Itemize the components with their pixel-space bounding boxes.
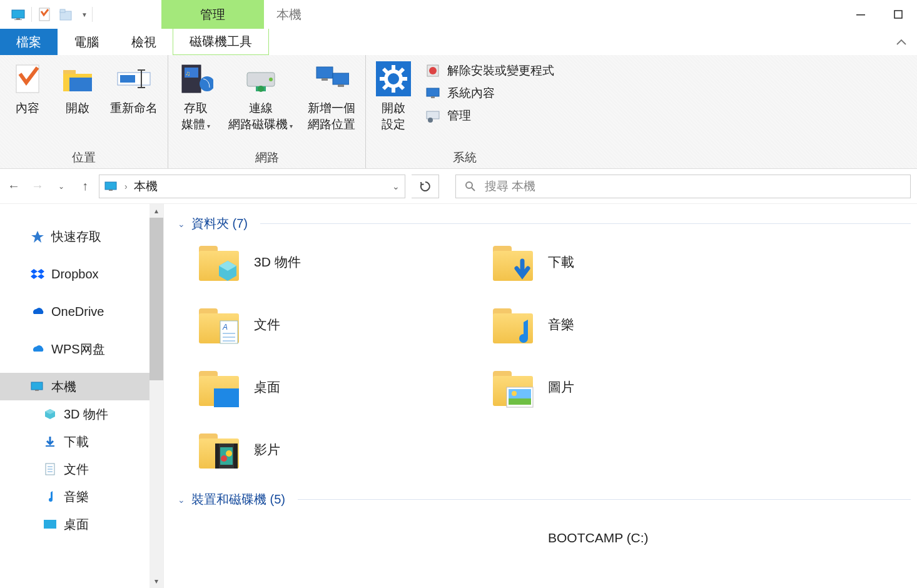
- folders-grid: 3D 物件 下載 A 文件 音樂 桌面 圖片: [196, 240, 911, 472]
- maximize-button[interactable]: [879, 0, 917, 29]
- content-pane: ⌄ 資料夾 (7) 3D 物件 下載 A 文件 音樂 桌面: [164, 204, 917, 588]
- tab-file[interactable]: 檔案: [0, 29, 58, 55]
- svg-text:♫: ♫: [185, 69, 190, 77]
- tab-computer[interactable]: 電腦: [58, 29, 115, 55]
- tree-onedrive[interactable]: OneDrive: [0, 298, 163, 325]
- ribbon-group-network: ♫ 存取 媒體▾ 連線 網路磁碟機▾ 新增一個 網路位置 網路: [168, 55, 366, 168]
- map-drive-button[interactable]: 連線 網路磁碟機▾: [223, 59, 298, 134]
- manage-button[interactable]: 管理: [425, 108, 554, 124]
- context-tab-manage[interactable]: 管理: [161, 0, 264, 29]
- qat-customize-dropdown[interactable]: ▼: [78, 11, 91, 18]
- tree-music[interactable]: 音樂: [0, 483, 163, 510]
- folder-label: 下載: [548, 253, 574, 271]
- tree-desktop[interactable]: 桌面: [0, 510, 163, 538]
- folder-documents-icon: A: [196, 302, 241, 347]
- drive-label: BOOTCAMP (C:): [548, 530, 649, 545]
- tree-3d-objects[interactable]: 3D 物件: [0, 400, 163, 428]
- back-button[interactable]: ←: [6, 179, 21, 193]
- svg-rect-43: [431, 96, 435, 98]
- tree-quick-access[interactable]: 快速存取: [0, 223, 163, 250]
- minimize-button[interactable]: [842, 0, 879, 29]
- network-location-icon: [314, 61, 349, 96]
- group-label-network: 網路: [173, 147, 360, 166]
- svg-rect-11: [69, 78, 92, 91]
- tree-label: 本機: [51, 378, 76, 395]
- folder-3d-objects[interactable]: 3D 物件: [196, 240, 490, 285]
- open-button[interactable]: 開啟: [55, 59, 100, 119]
- system-menu-icon[interactable]: [8, 0, 30, 29]
- address-dropdown[interactable]: ⌄: [392, 181, 400, 191]
- forward-button[interactable]: →: [30, 179, 45, 193]
- tree-this-pc[interactable]: 本機: [0, 373, 163, 400]
- svg-point-41: [429, 67, 437, 74]
- svg-point-73: [226, 450, 232, 457]
- tree-downloads[interactable]: 下載: [0, 428, 163, 455]
- up-button[interactable]: ↑: [78, 179, 93, 193]
- scroll-up-button[interactable]: ▴: [149, 204, 163, 218]
- folder-videos[interactable]: 影片: [196, 427, 490, 472]
- search-input[interactable]: [485, 180, 901, 193]
- collapse-ribbon-button[interactable]: [896, 29, 917, 55]
- tab-view[interactable]: 檢視: [115, 29, 173, 55]
- folder-label: 音樂: [548, 316, 574, 333]
- rename-button[interactable]: 重新命名: [105, 59, 163, 119]
- cloud-icon: [30, 304, 45, 319]
- tree-scrollbar[interactable]: ▴ ▾: [149, 204, 163, 588]
- search-box[interactable]: [455, 175, 911, 198]
- section-title: 裝置和磁碟機 (5): [191, 491, 285, 508]
- navigation-bar: ← → ⌄ ↑ › 本機 ⌄: [0, 169, 917, 204]
- folder-desktop[interactable]: 桌面: [196, 365, 490, 410]
- tab-drive-tools[interactable]: 磁碟機工具: [173, 29, 269, 55]
- add-network-location-button[interactable]: 新增一個 網路位置: [303, 59, 360, 134]
- media-server-icon: ♫: [178, 61, 213, 96]
- rename-icon: [116, 61, 151, 96]
- svg-rect-70: [234, 444, 238, 469]
- svg-rect-52: [46, 445, 54, 447]
- svg-point-45: [428, 118, 433, 123]
- drive-bootcamp[interactable]: BOOTCAMP (C:): [490, 515, 784, 560]
- tree-label: WPS网盘: [51, 341, 105, 358]
- scroll-down-button[interactable]: ▾: [149, 574, 163, 588]
- uninstall-programs-button[interactable]: 解除安裝或變更程式: [425, 63, 554, 79]
- folder-videos-icon: [196, 427, 241, 472]
- star-icon: [30, 229, 45, 244]
- separator: [92, 7, 93, 22]
- folder-documents[interactable]: A 文件: [196, 302, 490, 347]
- tree-documents[interactable]: 文件: [0, 455, 163, 483]
- qat-properties-icon[interactable]: [33, 0, 56, 29]
- open-folder-icon: [60, 61, 95, 96]
- folder-label: 桌面: [254, 378, 280, 396]
- properties-button[interactable]: 內容: [5, 59, 50, 119]
- tree-dropbox[interactable]: Dropbox: [0, 260, 163, 288]
- window-controls: [842, 0, 917, 29]
- scroll-thumb[interactable]: [149, 218, 163, 380]
- folder-3d-icon: [196, 240, 241, 285]
- monitor-icon: [425, 85, 441, 101]
- tree-label: 音樂: [64, 489, 89, 505]
- section-folders-header[interactable]: ⌄ 資料夾 (7): [178, 215, 911, 232]
- history-dropdown[interactable]: ⌄: [54, 182, 69, 191]
- folder-downloads[interactable]: 下載: [490, 240, 784, 285]
- refresh-button[interactable]: [412, 175, 439, 198]
- tree-label: 快速存取: [51, 228, 101, 245]
- chevron-down-icon: ⌄: [178, 495, 185, 505]
- ribbon-tabs: 檔案 電腦 檢視 磁碟機工具: [0, 29, 917, 55]
- folder-label: 文件: [254, 316, 280, 333]
- folder-pictures[interactable]: 圖片: [490, 365, 784, 410]
- system-properties-button[interactable]: 系統內容: [425, 85, 554, 101]
- section-devices-header[interactable]: ⌄ 裝置和磁碟機 (5): [178, 491, 911, 508]
- tree-wps[interactable]: WPS网盘: [0, 335, 163, 363]
- this-pc-icon: [30, 379, 45, 394]
- breadcrumb-item[interactable]: 本機: [134, 178, 158, 195]
- access-media-button[interactable]: ♫ 存取 媒體▾: [173, 59, 218, 134]
- tree-label: 桌面: [64, 516, 89, 533]
- breadcrumb-chevron-icon[interactable]: ›: [124, 181, 128, 191]
- ribbon-group-system: 開啟 設定 解除安裝或變更程式 系統內容 管理 系統: [366, 55, 563, 168]
- folder-label: 3D 物件: [254, 253, 301, 271]
- address-bar[interactable]: › 本機 ⌄: [99, 175, 405, 198]
- qat-newfolder-icon[interactable]: [56, 0, 78, 29]
- tree-label: 文件: [64, 461, 89, 478]
- add-location-label: 新增一個 網路位置: [308, 100, 355, 132]
- folder-music[interactable]: 音樂: [490, 302, 784, 347]
- open-settings-button[interactable]: 開啟 設定: [371, 59, 416, 134]
